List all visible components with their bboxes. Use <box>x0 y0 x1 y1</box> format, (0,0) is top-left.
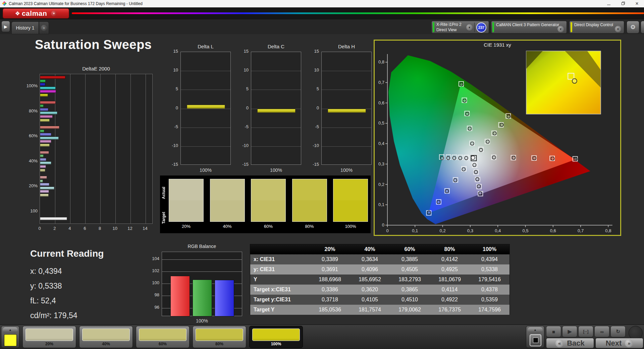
measured-magenta <box>476 178 479 181</box>
current-reading-title: Current Reading <box>30 248 104 259</box>
measured-red <box>551 157 554 160</box>
add-tab-button[interactable]: + <box>39 21 49 34</box>
gridline <box>85 74 86 223</box>
chevron-down-icon: ▼ <box>51 11 57 16</box>
loop-button[interactable]: ∞ <box>594 326 609 337</box>
swatch-label: 100% <box>333 224 368 229</box>
column-header: 40% <box>350 244 390 254</box>
x-category-label: 100% <box>162 318 242 323</box>
svg-text:0: 0 <box>386 228 388 233</box>
collapse-panel-button[interactable]: ◀ <box>641 21 644 34</box>
y-tick-label: -5 <box>167 124 178 129</box>
pattern-window-button[interactable] <box>530 334 541 346</box>
meter-mode: Direct View <box>436 28 457 32</box>
pattern-chip <box>82 329 130 341</box>
swatch-40% <box>210 179 245 222</box>
pattern-generator-box[interactable]: CalMAN Client 3 Pattern Generator ▼ <box>491 21 567 34</box>
delta-h-chart: Delta H151050-5-10-15100% <box>308 44 372 175</box>
tab-row: ▶ History 1 + X-Rite i1Pro 2 Direct View… <box>0 19 644 34</box>
swatch-label: 80% <box>292 224 327 229</box>
close-button[interactable]: × <box>630 0 644 7</box>
bar-magenta <box>40 165 46 168</box>
y-tick-label: -5 <box>237 124 249 129</box>
y-tick-label: 100 <box>148 280 159 285</box>
up-arrow-icon: ▲ <box>534 328 537 332</box>
gridline <box>251 90 301 90</box>
next-button[interactable]: Next » <box>595 338 643 348</box>
y-tick-label: 5 <box>167 86 178 91</box>
gridline <box>322 128 371 128</box>
x-tick-label: 4 <box>66 226 74 231</box>
window-title: Calman 2023 Calman Ultimate for Business… <box>9 1 143 6</box>
bar-red <box>40 101 56 104</box>
measured-red <box>492 156 496 159</box>
current-reading-y: y: 0,5338 <box>30 282 62 291</box>
gridline <box>251 71 301 71</box>
step-button[interactable]: [··] <box>578 326 593 337</box>
x-category-label: 100% <box>321 167 372 173</box>
play-button[interactable]: ▶ <box>562 326 577 337</box>
pattern-button-40%[interactable]: 40% <box>79 326 133 348</box>
swatch-20% <box>169 179 204 222</box>
restore-button[interactable] <box>616 0 630 7</box>
bar-green <box>40 80 46 83</box>
gridline <box>70 74 70 223</box>
x-tick-label: 10 <box>111 226 119 231</box>
cell-value: 0,4105 <box>350 295 390 305</box>
bar-magenta <box>40 140 51 143</box>
tab-history-1[interactable]: History 1 <box>11 21 39 34</box>
meter-device-box[interactable]: X-Rite i1Pro 2 Direct View ▼ 237 <box>431 21 489 34</box>
pattern-button-20%[interactable]: 20% <box>22 326 76 348</box>
app-icon <box>2 1 7 6</box>
bar-cyan <box>40 187 54 190</box>
pattern-button-80%[interactable]: 80% <box>193 326 246 348</box>
calman-menu-button[interactable]: ❖ calman ▼ <box>3 8 69 18</box>
y-tick-label: -15 <box>308 162 319 167</box>
pattern-generator-name: CalMAN Client 3 Pattern Generator <box>496 22 559 27</box>
measured-green <box>471 142 474 145</box>
measured-yellow <box>507 115 511 118</box>
svg-text:0,7: 0,7 <box>378 80 384 85</box>
measured-cyan <box>459 156 462 160</box>
back-button[interactable]: « Back <box>546 338 594 348</box>
display-control-box[interactable]: Direct Display Control ▼ <box>569 21 624 34</box>
gridline <box>322 146 371 147</box>
pattern-button-60%[interactable]: 60% <box>136 326 190 348</box>
refresh-icon: ↻ <box>616 329 620 335</box>
column-header: 60% <box>390 244 430 254</box>
y-tick-label: 5 <box>308 86 319 91</box>
svg-text:0,6: 0,6 <box>550 228 556 233</box>
y-tick-label: 40% <box>23 158 38 163</box>
chart-title: RGB Balance <box>162 244 242 249</box>
expand-transport-panel-button[interactable]: ▲ <box>528 327 543 333</box>
gridline <box>181 109 230 109</box>
bar-yellow <box>40 119 50 122</box>
bar-green <box>40 104 44 107</box>
sidebar-toggle-button[interactable]: ▶ <box>1 21 10 32</box>
pattern-button-100%[interactable]: 100% <box>249 326 303 348</box>
y-tick-label: 100 <box>23 208 38 213</box>
measured-green <box>468 127 471 130</box>
gridline <box>146 74 146 223</box>
settings-button[interactable]: ⚙ <box>627 21 639 34</box>
table-row: Target Y185,0536181,7574179,0062176,7375… <box>250 305 509 315</box>
minimize-button[interactable] <box>602 0 616 7</box>
current-reading-cdm2: cd/m²: 179,54 <box>30 311 77 320</box>
bar-magenta <box>40 115 53 118</box>
cell-value: 0,3691 <box>310 264 350 275</box>
bar-cyan <box>40 111 57 114</box>
expand-pattern-panel-button[interactable]: ▲ <box>3 327 18 333</box>
meter-reading-badge[interactable]: 237 <box>476 22 486 33</box>
plot-area <box>321 52 372 165</box>
plot-area <box>180 52 231 165</box>
cell-value: 0,4114 <box>430 285 470 295</box>
actual-row-label: Actual <box>161 181 167 205</box>
y-tick-label: -5 <box>308 124 319 129</box>
refresh-button[interactable]: ↻ <box>610 326 626 337</box>
stop-button[interactable]: ■ <box>546 326 561 337</box>
bar-cyan <box>40 137 59 140</box>
measured-red <box>533 156 536 160</box>
svg-text:0,5: 0,5 <box>378 120 384 126</box>
gridline <box>251 146 301 147</box>
bar-blue <box>40 83 45 86</box>
